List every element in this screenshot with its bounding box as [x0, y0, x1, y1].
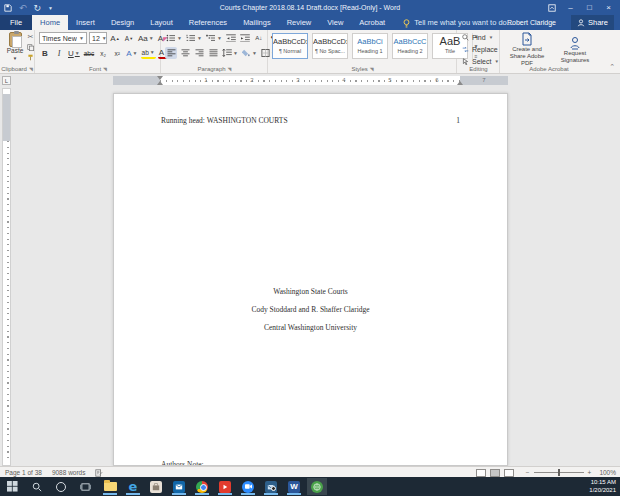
grow-font-icon[interactable]: A▲	[109, 32, 121, 44]
font-size-combo[interactable]: 12▼	[89, 32, 107, 44]
create-share-pdf-button[interactable]: Create and Share Adobe PDF	[505, 32, 549, 67]
ribbon-display-options-icon[interactable]	[542, 0, 561, 15]
hanging-indent-marker[interactable]	[157, 81, 163, 85]
tab-file[interactable]: File	[0, 15, 32, 30]
word-count[interactable]: 9088 words	[52, 469, 86, 476]
tell-me-box[interactable]: Tell me what you want to do...	[403, 15, 513, 30]
account-name[interactable]: Robert Claridge	[507, 15, 556, 30]
italic-icon[interactable]: I	[53, 47, 65, 59]
cortana-icon[interactable]	[51, 478, 71, 495]
task-view-icon[interactable]	[75, 478, 95, 495]
tab-home[interactable]: Home	[32, 15, 68, 30]
close-icon[interactable]: ×	[599, 0, 618, 15]
maximize-icon[interactable]: □	[580, 0, 599, 15]
collapse-ribbon-icon[interactable]: ⌃	[609, 63, 615, 71]
highlight-color-icon[interactable]: ab▼	[141, 47, 156, 59]
bullets-icon[interactable]: ▼	[165, 32, 183, 44]
clipboard-dialog-launcher-icon[interactable]: ◥	[29, 66, 33, 72]
style-normal[interactable]: AaBbCcDx ¶ Normal	[272, 33, 308, 59]
start-button[interactable]	[2, 478, 22, 495]
request-signatures-button[interactable]: Request Signatures	[553, 36, 597, 64]
search-icon[interactable]	[27, 478, 47, 495]
minimize-icon[interactable]: –	[561, 0, 580, 15]
style-heading-1[interactable]: AaBbCi Heading 1	[352, 33, 388, 59]
sort-icon[interactable]: A↓	[253, 32, 265, 44]
page-indicator[interactable]: Page 1 of 38	[5, 469, 42, 476]
file-explorer-icon[interactable]	[100, 478, 120, 495]
strikethrough-icon[interactable]: abc	[83, 47, 95, 59]
web-layout-icon[interactable]	[504, 469, 514, 477]
underline-icon[interactable]: U▼	[67, 47, 81, 59]
style-no-spacing[interactable]: AaBbCcDx ¶ No Spac...	[312, 33, 348, 59]
change-case-icon[interactable]: Aa▼	[137, 32, 155, 44]
outlook-icon[interactable]	[169, 478, 189, 495]
title-block: Washington State Courts Cody Stoddard an…	[114, 283, 507, 337]
right-indent-marker[interactable]	[457, 81, 463, 85]
zoom-slider-knob[interactable]	[558, 469, 560, 476]
numbering-icon[interactable]: ▼	[185, 32, 203, 44]
adobe-acrobat-group: Create and Share Adobe PDF Request Signa…	[501, 30, 597, 73]
zoom-out-icon[interactable]: −	[526, 469, 530, 476]
clock-time: 10:15 AM	[589, 478, 616, 486]
vertical-ruler[interactable]	[2, 88, 11, 466]
tab-design[interactable]: Design	[103, 15, 142, 30]
replace-button[interactable]: Replace	[462, 44, 499, 55]
paste-button[interactable]: Paste ▼	[4, 32, 26, 61]
subscript-icon[interactable]: x₂	[97, 47, 109, 59]
share-button[interactable]: Share	[571, 15, 614, 30]
read-mode-icon[interactable]	[476, 469, 486, 477]
format-painter-icon[interactable]	[27, 54, 34, 62]
horizontal-ruler[interactable]: 1 2 3 4 5 6 7	[113, 76, 508, 85]
shrink-font-icon[interactable]: A▼	[123, 32, 135, 44]
tab-references[interactable]: References	[181, 15, 235, 30]
font-dialog-launcher-icon[interactable]: ◥	[103, 66, 107, 72]
clock-date: 1/20/2021	[589, 486, 616, 494]
signature-icon	[568, 36, 582, 50]
align-center-icon[interactable]	[179, 47, 191, 59]
tab-review[interactable]: Review	[279, 15, 320, 30]
mail-icon[interactable]	[261, 478, 281, 495]
word-icon[interactable]: W	[284, 478, 304, 495]
document-page[interactable]: Running head: WASHINGTON COURTS 1 Washin…	[113, 93, 508, 466]
tab-insert[interactable]: Insert	[68, 15, 103, 30]
print-layout-icon[interactable]	[490, 469, 500, 477]
window-controls: – □ ×	[542, 0, 618, 15]
tab-layout[interactable]: Layout	[142, 15, 181, 30]
taskbar-clock[interactable]: 10:15 AM 1/20/2021	[589, 478, 616, 494]
tell-me-label: Tell me what you want to do...	[414, 15, 513, 30]
store-icon[interactable]	[146, 478, 166, 495]
chrome-icon[interactable]	[192, 478, 212, 495]
video-call-icon[interactable]	[238, 478, 258, 495]
styles-dialog-launcher-icon[interactable]: ◥	[370, 66, 374, 72]
style-heading-2[interactable]: AaBbCcC Heading 2	[392, 33, 428, 59]
bold-icon[interactable]: B	[39, 47, 51, 59]
multilevel-list-icon[interactable]: ▼	[205, 32, 223, 44]
align-left-icon[interactable]	[165, 47, 177, 59]
font-family-combo[interactable]: Times New Ro▼	[39, 32, 87, 44]
globe-green-icon[interactable]	[307, 478, 327, 495]
tab-acrobat[interactable]: Acrobat	[351, 15, 393, 30]
paragraph-dialog-launcher-icon[interactable]: ◥	[228, 66, 232, 72]
shading-icon[interactable]: ▼	[241, 47, 258, 59]
zoom-slider[interactable]	[534, 472, 584, 473]
first-line-indent-marker[interactable]	[157, 76, 163, 80]
decrease-indent-icon[interactable]	[225, 32, 237, 44]
edge-icon[interactable]: e	[123, 478, 143, 495]
zoom-level[interactable]: 100%	[599, 469, 616, 476]
zoom-in-icon[interactable]: +	[588, 469, 592, 476]
justify-icon[interactable]	[207, 47, 219, 59]
align-right-icon[interactable]	[193, 47, 205, 59]
increase-indent-icon[interactable]	[239, 32, 251, 44]
superscript-icon[interactable]: x²	[111, 47, 123, 59]
page-number: 1	[456, 116, 460, 125]
find-button[interactable]: Find▼	[462, 32, 499, 43]
tab-selector[interactable]: L	[2, 76, 11, 85]
tab-view[interactable]: View	[319, 15, 351, 30]
copy-icon[interactable]	[27, 43, 34, 51]
tab-mailings[interactable]: Mailings	[235, 15, 279, 30]
media-player-icon[interactable]	[215, 478, 235, 495]
cut-icon[interactable]: ✂	[28, 33, 34, 40]
line-spacing-icon[interactable]: ▼	[221, 47, 239, 59]
text-effects-icon[interactable]: A▼	[125, 47, 138, 59]
proofing-icon[interactable]	[95, 468, 103, 476]
